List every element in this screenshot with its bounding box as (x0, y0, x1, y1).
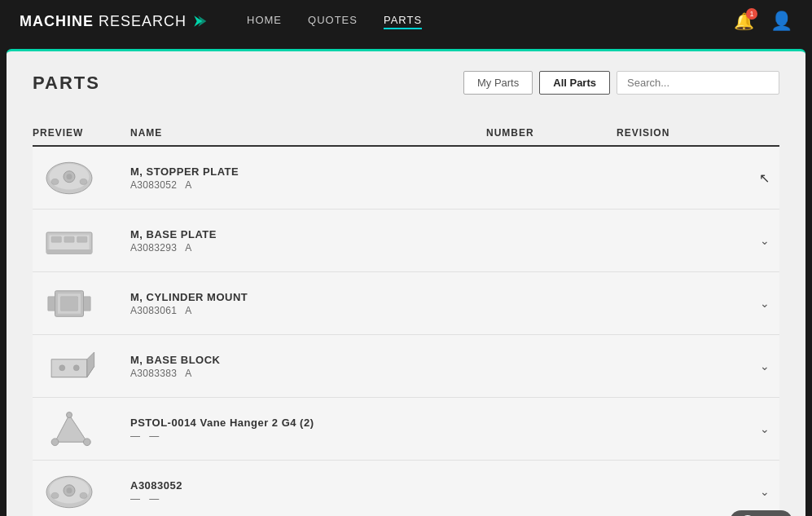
part-thumbnail-2 (41, 218, 98, 263)
part-info-1: M, STOPPER PLATE A3083052 A (130, 165, 486, 191)
parts-list: M, STOPPER PLATE A3083052 A ↖ (33, 147, 779, 516)
svg-point-7 (80, 179, 87, 184)
part-name-5: PSTOL-0014 Vane Hanger 2 G4 (2) (130, 417, 486, 429)
header-controls: My Parts All Parts (463, 71, 779, 95)
part-name-4: M, BASE BLOCK (130, 354, 486, 366)
brand-research: RESEARCH (99, 13, 187, 30)
cursor-icon: ↖ (759, 170, 770, 186)
part-info-5: PSTOL-0014 Vane Hanger 2 G4 (2) — — (130, 417, 486, 442)
all-parts-button[interactable]: All Parts (539, 71, 610, 95)
svg-rect-12 (77, 236, 87, 242)
part-sub-3: A3083061 A (130, 305, 486, 316)
table-header: PREVIEW NAME NUMBER REVISION (33, 121, 779, 147)
part-info-4: M, BASE BLOCK A3083383 A (130, 354, 486, 379)
table-row[interactable]: M, STOPPER PLATE A3083052 A ↖ (33, 147, 779, 209)
brand-logo[interactable]: MACHINE RESEARCH (20, 13, 208, 30)
svg-marker-20 (51, 359, 87, 377)
svg-rect-17 (48, 296, 55, 311)
part-thumbnail-5 (41, 407, 98, 452)
table-row[interactable]: M, BASE PLATE A3083293 A ⌄ (33, 209, 779, 272)
nav-links: HOME QUOTES PARTS (247, 14, 422, 29)
chevron-icon: ⌄ (760, 485, 770, 498)
navbar: MACHINE RESEARCH HOME QUOTES PARTS 🔔 1 👤 (0, 0, 812, 42)
page-title: PARTS (33, 73, 100, 94)
part-thumbnail-4 (41, 344, 98, 389)
part-preview-2 (33, 216, 106, 265)
part-sub-1: A3083052 A (130, 179, 486, 191)
chevron-cell-6: ⌄ (747, 485, 779, 498)
svg-point-23 (73, 364, 79, 370)
svg-point-25 (84, 438, 91, 445)
nav-home[interactable]: HOME (247, 14, 282, 29)
table-row[interactable]: M, BASE BLOCK A3083383 A ⌄ (33, 335, 779, 398)
brand-machine: MACHINE (20, 13, 94, 30)
chevron-cell-4: ⌄ (747, 359, 779, 373)
table-row[interactable]: M, CYLINDER MOUNT A3083061 A ⌄ (33, 272, 779, 335)
nav-quotes[interactable]: QUOTES (308, 14, 358, 29)
brand-chevron-icon (191, 13, 208, 29)
chevron-cell-2: ⌄ (747, 234, 779, 247)
chevron-cell-5: ⌄ (747, 422, 779, 435)
chevron-icon: ⌄ (760, 297, 770, 310)
table-row[interactable]: A3083052 — — ⌄ (33, 461, 779, 516)
chevron-icon: ⌄ (760, 422, 770, 435)
svg-rect-11 (64, 236, 74, 242)
col-actions (747, 127, 779, 139)
svg-point-24 (51, 438, 59, 445)
user-avatar-icon[interactable]: 👤 (770, 11, 792, 32)
svg-point-22 (59, 364, 65, 370)
part-preview-3 (33, 279, 106, 328)
notification-badge: 1 (746, 8, 757, 20)
part-preview-4 (33, 342, 106, 390)
nav-right: 🔔 1 👤 (734, 11, 792, 32)
part-name-3: M, CYLINDER MOUNT (130, 291, 486, 303)
nav-parts[interactable]: PARTS (384, 14, 422, 29)
svg-rect-10 (51, 236, 61, 242)
part-sub-4: A3083383 A (130, 368, 486, 379)
part-thumbnail-6 (41, 470, 98, 514)
svg-point-31 (51, 492, 59, 498)
part-info-6: A3083052 — — (130, 479, 486, 505)
part-preview-1 (33, 153, 106, 202)
chevron-cell-3: ⌄ (747, 297, 779, 310)
svg-rect-18 (84, 296, 91, 311)
svg-point-32 (80, 492, 87, 498)
part-sub-6: — — (130, 493, 486, 505)
chevron-cell-1: ↖ (747, 170, 779, 186)
col-name: NAME (130, 127, 486, 139)
svg-marker-21 (87, 352, 94, 377)
part-info-3: M, CYLINDER MOUNT A3083061 A (130, 291, 486, 316)
page-header: PARTS My Parts All Parts (33, 71, 779, 95)
chevron-icon: ⌄ (760, 234, 770, 247)
svg-point-26 (67, 412, 72, 417)
part-thumbnail-3 (41, 281, 98, 326)
svg-point-6 (51, 179, 59, 184)
col-number: NUMBER (486, 127, 617, 139)
search-input[interactable] (617, 71, 779, 95)
svg-rect-13 (46, 249, 92, 254)
col-revision: REVISION (617, 127, 747, 139)
part-sub-2: A3083293 A (130, 242, 486, 254)
my-parts-button[interactable]: My Parts (463, 71, 533, 95)
svg-point-5 (67, 174, 72, 179)
svg-rect-16 (61, 296, 78, 311)
table-row[interactable]: PSTOL-0014 Vane Hanger 2 G4 (2) — — ⌄ (33, 398, 779, 461)
main-content: PARTS My Parts All Parts PREVIEW NAME NU… (7, 49, 805, 516)
part-preview-5 (33, 404, 106, 453)
part-info-2: M, BASE PLATE A3083293 A (130, 228, 486, 254)
part-name-2: M, BASE PLATE (130, 228, 486, 240)
svg-point-30 (67, 487, 72, 493)
help-button[interactable]: ? Help (730, 510, 792, 516)
part-thumbnail-1 (41, 156, 98, 201)
part-name-6: A3083052 (130, 479, 486, 492)
chevron-icon: ⌄ (760, 359, 770, 373)
notification-bell[interactable]: 🔔 1 (734, 11, 754, 31)
part-name-1: M, STOPPER PLATE (130, 165, 486, 178)
part-sub-5: — — (130, 430, 486, 442)
col-preview: PREVIEW (33, 127, 130, 139)
part-preview-6 (33, 467, 106, 516)
